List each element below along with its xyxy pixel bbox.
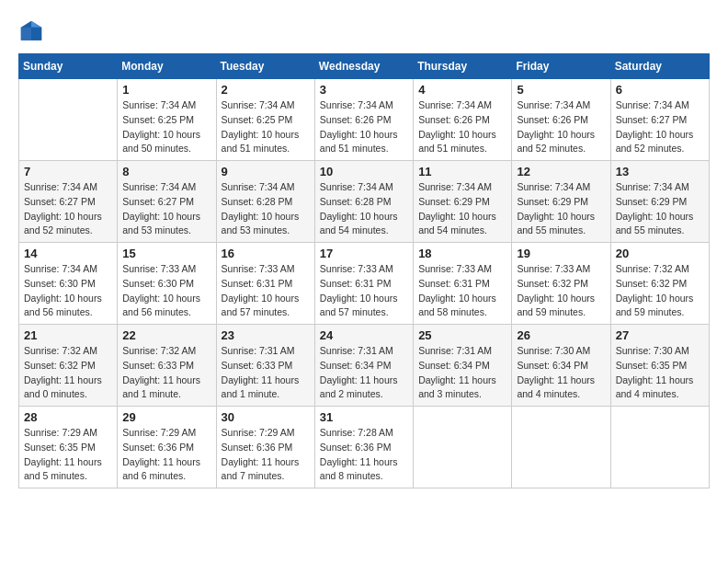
day-number: 1 — [122, 83, 210, 97]
column-header-monday: Monday — [118, 54, 216, 79]
calendar-cell: 11Sunrise: 7:34 AMSunset: 6:29 PMDayligh… — [414, 161, 512, 243]
calendar-cell: 19Sunrise: 7:33 AMSunset: 6:32 PMDayligh… — [512, 243, 610, 325]
day-number: 17 — [320, 247, 408, 260]
day-number: 26 — [517, 328, 605, 342]
calendar-cell: 29Sunrise: 7:29 AMSunset: 6:36 PMDayligh… — [118, 407, 216, 488]
calendar-week-row: 1Sunrise: 7:34 AMSunset: 6:25 PMDaylight… — [19, 79, 710, 161]
day-number: 8 — [122, 165, 210, 178]
calendar-cell: 9Sunrise: 7:34 AMSunset: 6:28 PMDaylight… — [216, 161, 314, 243]
calendar-cell: 22Sunrise: 7:32 AMSunset: 6:33 PMDayligh… — [118, 325, 216, 407]
day-number: 18 — [418, 247, 506, 260]
day-number: 29 — [122, 410, 210, 424]
day-detail: Sunrise: 7:34 AMSunset: 6:27 PMDaylight:… — [24, 180, 112, 238]
day-number: 23 — [222, 328, 310, 342]
day-number: 24 — [320, 328, 408, 342]
calendar-week-row: 28Sunrise: 7:29 AMSunset: 6:35 PMDayligh… — [19, 407, 710, 488]
calendar-week-row: 14Sunrise: 7:34 AMSunset: 6:30 PMDayligh… — [19, 243, 710, 325]
day-detail: Sunrise: 7:34 AMSunset: 6:26 PMDaylight:… — [418, 98, 506, 156]
calendar-cell: 15Sunrise: 7:33 AMSunset: 6:30 PMDayligh… — [118, 243, 216, 325]
column-header-wednesday: Wednesday — [314, 54, 413, 79]
calendar-table: SundayMondayTuesdayWednesdayThursdayFrid… — [18, 53, 710, 488]
day-detail: Sunrise: 7:34 AMSunset: 6:26 PMDaylight:… — [320, 98, 408, 156]
svg-marker-1 — [31, 21, 41, 28]
day-number: 25 — [418, 328, 506, 342]
day-number: 11 — [418, 165, 506, 178]
calendar-cell: 24Sunrise: 7:31 AMSunset: 6:34 PMDayligh… — [314, 325, 413, 407]
calendar-cell: 20Sunrise: 7:32 AMSunset: 6:32 PMDayligh… — [610, 243, 709, 325]
calendar-cell — [19, 79, 118, 161]
logo-icon — [18, 18, 44, 44]
day-number: 3 — [320, 83, 408, 97]
day-number: 27 — [616, 328, 704, 342]
calendar-cell: 13Sunrise: 7:34 AMSunset: 6:29 PMDayligh… — [610, 161, 709, 243]
day-number: 19 — [517, 247, 605, 260]
day-detail: Sunrise: 7:33 AMSunset: 6:30 PMDaylight:… — [122, 262, 210, 320]
calendar-cell: 7Sunrise: 7:34 AMSunset: 6:27 PMDaylight… — [19, 161, 118, 243]
day-detail: Sunrise: 7:31 AMSunset: 6:33 PMDaylight:… — [222, 344, 310, 402]
calendar-cell: 14Sunrise: 7:34 AMSunset: 6:30 PMDayligh… — [19, 243, 118, 325]
day-detail: Sunrise: 7:33 AMSunset: 6:31 PMDaylight:… — [418, 262, 506, 320]
day-number: 6 — [616, 83, 704, 97]
calendar-cell: 8Sunrise: 7:34 AMSunset: 6:27 PMDaylight… — [118, 161, 216, 243]
calendar-cell: 26Sunrise: 7:30 AMSunset: 6:34 PMDayligh… — [512, 325, 610, 407]
day-detail: Sunrise: 7:30 AMSunset: 6:34 PMDaylight:… — [517, 344, 605, 402]
calendar-cell — [610, 407, 709, 488]
day-number: 5 — [517, 83, 605, 97]
day-detail: Sunrise: 7:34 AMSunset: 6:30 PMDaylight:… — [24, 262, 112, 320]
column-header-tuesday: Tuesday — [216, 54, 314, 79]
day-number: 31 — [320, 410, 408, 424]
day-detail: Sunrise: 7:34 AMSunset: 6:28 PMDaylight:… — [222, 180, 310, 238]
day-detail: Sunrise: 7:34 AMSunset: 6:27 PMDaylight:… — [616, 98, 704, 156]
calendar-cell: 4Sunrise: 7:34 AMSunset: 6:26 PMDaylight… — [414, 79, 512, 161]
day-number: 4 — [418, 83, 506, 97]
column-header-sunday: Sunday — [19, 54, 118, 79]
day-detail: Sunrise: 7:29 AMSunset: 6:36 PMDaylight:… — [122, 426, 210, 484]
day-number: 10 — [320, 165, 408, 178]
day-number: 16 — [222, 247, 310, 260]
calendar-cell: 10Sunrise: 7:34 AMSunset: 6:28 PMDayligh… — [314, 161, 413, 243]
day-detail: Sunrise: 7:33 AMSunset: 6:31 PMDaylight:… — [222, 262, 310, 320]
day-detail: Sunrise: 7:34 AMSunset: 6:26 PMDaylight:… — [517, 98, 605, 156]
calendar-cell: 17Sunrise: 7:33 AMSunset: 6:31 PMDayligh… — [314, 243, 413, 325]
day-number: 12 — [517, 165, 605, 178]
day-detail: Sunrise: 7:34 AMSunset: 6:29 PMDaylight:… — [616, 180, 704, 238]
calendar-cell: 5Sunrise: 7:34 AMSunset: 6:26 PMDaylight… — [512, 79, 610, 161]
day-number: 2 — [222, 83, 310, 97]
day-number: 9 — [222, 165, 310, 178]
day-detail: Sunrise: 7:31 AMSunset: 6:34 PMDaylight:… — [418, 344, 506, 402]
day-number: 21 — [24, 328, 112, 342]
calendar-cell: 12Sunrise: 7:34 AMSunset: 6:29 PMDayligh… — [512, 161, 610, 243]
calendar-cell: 31Sunrise: 7:28 AMSunset: 6:36 PMDayligh… — [314, 407, 413, 488]
column-header-friday: Friday — [512, 54, 610, 79]
calendar-cell: 23Sunrise: 7:31 AMSunset: 6:33 PMDayligh… — [216, 325, 314, 407]
calendar-week-row: 7Sunrise: 7:34 AMSunset: 6:27 PMDaylight… — [19, 161, 710, 243]
svg-marker-3 — [21, 28, 31, 40]
calendar-week-row: 21Sunrise: 7:32 AMSunset: 6:32 PMDayligh… — [19, 325, 710, 407]
day-detail: Sunrise: 7:34 AMSunset: 6:25 PMDaylight:… — [222, 98, 310, 156]
calendar-cell — [512, 407, 610, 488]
day-detail: Sunrise: 7:28 AMSunset: 6:36 PMDaylight:… — [320, 426, 408, 484]
day-detail: Sunrise: 7:33 AMSunset: 6:32 PMDaylight:… — [517, 262, 605, 320]
day-detail: Sunrise: 7:32 AMSunset: 6:32 PMDaylight:… — [24, 344, 112, 402]
calendar-cell: 18Sunrise: 7:33 AMSunset: 6:31 PMDayligh… — [414, 243, 512, 325]
day-number: 13 — [616, 165, 704, 178]
calendar-cell — [414, 407, 512, 488]
calendar-cell: 25Sunrise: 7:31 AMSunset: 6:34 PMDayligh… — [414, 325, 512, 407]
day-number: 30 — [222, 410, 310, 424]
day-detail: Sunrise: 7:30 AMSunset: 6:35 PMDaylight:… — [616, 344, 704, 402]
day-number: 28 — [24, 410, 112, 424]
column-header-saturday: Saturday — [610, 54, 709, 79]
day-number: 14 — [24, 247, 112, 260]
svg-marker-2 — [31, 28, 41, 40]
calendar-cell: 2Sunrise: 7:34 AMSunset: 6:25 PMDaylight… — [216, 79, 314, 161]
day-detail: Sunrise: 7:34 AMSunset: 6:29 PMDaylight:… — [517, 180, 605, 238]
day-detail: Sunrise: 7:34 AMSunset: 6:28 PMDaylight:… — [320, 180, 408, 238]
day-detail: Sunrise: 7:31 AMSunset: 6:34 PMDaylight:… — [320, 344, 408, 402]
logo — [18, 18, 48, 44]
page-header — [18, 18, 710, 44]
day-number: 15 — [122, 247, 210, 260]
calendar-cell: 30Sunrise: 7:29 AMSunset: 6:36 PMDayligh… — [216, 407, 314, 488]
day-detail: Sunrise: 7:32 AMSunset: 6:33 PMDaylight:… — [122, 344, 210, 402]
day-detail: Sunrise: 7:29 AMSunset: 6:36 PMDaylight:… — [222, 426, 310, 484]
column-header-thursday: Thursday — [414, 54, 512, 79]
